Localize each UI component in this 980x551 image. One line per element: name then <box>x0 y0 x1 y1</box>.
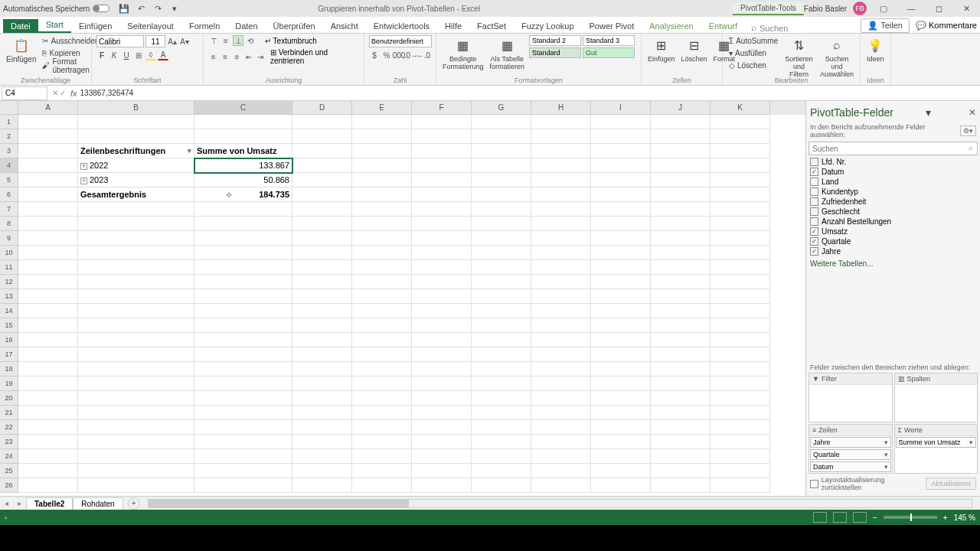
filter-area[interactable]: ▼Filter <box>808 373 893 422</box>
cell[interactable] <box>18 362 78 377</box>
cell[interactable] <box>591 391 651 406</box>
field-item[interactable]: Anzahl Bestellungen <box>808 217 978 227</box>
col-header-f[interactable]: F <box>412 101 472 115</box>
cell[interactable] <box>18 289 78 304</box>
cell[interactable] <box>651 173 710 187</box>
cell[interactable] <box>472 231 531 246</box>
row-header[interactable]: 18 <box>0 362 18 377</box>
cell[interactable] <box>194 202 292 217</box>
cell[interactable] <box>651 275 710 289</box>
cell[interactable] <box>710 144 770 158</box>
cell[interactable] <box>651 377 710 391</box>
cell[interactable] <box>472 187 531 202</box>
cell[interactable] <box>531 406 591 420</box>
cell[interactable] <box>591 347 651 362</box>
cell[interactable]: 184.735 <box>194 187 292 202</box>
cell[interactable] <box>412 202 472 217</box>
cell[interactable] <box>531 377 591 391</box>
cell[interactable] <box>352 406 412 420</box>
style-standard3[interactable]: Standard 3 <box>583 35 635 46</box>
cell[interactable] <box>18 158 78 173</box>
align-bottom-icon[interactable]: ⊥ <box>233 35 243 46</box>
cell[interactable] <box>412 173 472 187</box>
cell[interactable] <box>18 435 78 449</box>
number-format-select[interactable] <box>369 35 432 47</box>
cell[interactable] <box>531 464 591 478</box>
tab-entwicklertools[interactable]: Entwicklertools <box>366 19 437 33</box>
cell[interactable] <box>531 158 591 173</box>
cell[interactable] <box>651 318 710 333</box>
field-item[interactable]: Geschlecht <box>808 207 978 217</box>
cell[interactable] <box>531 478 591 493</box>
cell[interactable] <box>78 464 194 478</box>
cell[interactable] <box>412 347 472 362</box>
update-button[interactable]: Aktualisieren <box>926 478 976 490</box>
cell[interactable] <box>472 217 531 231</box>
italic-button[interactable]: K <box>109 50 119 60</box>
row-header[interactable]: 9 <box>0 231 18 246</box>
cell[interactable] <box>78 202 194 217</box>
cell[interactable] <box>352 333 412 347</box>
field-search-input[interactable] <box>808 142 978 155</box>
row-header[interactable]: 23 <box>0 435 18 449</box>
tab-ansicht[interactable]: Ansicht <box>323 19 366 33</box>
cell[interactable] <box>472 275 531 289</box>
col-header-j[interactable]: J <box>651 101 710 115</box>
cell[interactable] <box>710 318 770 333</box>
tab-powerpivot[interactable]: Power Pivot <box>582 19 642 33</box>
cell[interactable] <box>352 478 412 493</box>
view-layout-icon[interactable] <box>833 512 847 523</box>
cell[interactable] <box>412 420 472 435</box>
cell[interactable] <box>710 435 770 449</box>
cell[interactable] <box>194 435 292 449</box>
cell[interactable] <box>651 406 710 420</box>
as-table-button[interactable]: ▦Als Tabelle formatieren <box>488 35 527 72</box>
cell[interactable] <box>591 464 651 478</box>
cell[interactable] <box>18 318 78 333</box>
row-header[interactable]: 3 <box>0 144 18 158</box>
field-checkbox[interactable] <box>810 207 818 216</box>
tab-hilfe[interactable]: Hilfe <box>437 19 469 33</box>
cell[interactable] <box>78 289 194 304</box>
field-checkbox[interactable]: ✓ <box>810 227 818 236</box>
close-icon[interactable]: ✕ <box>956 0 977 17</box>
field-item[interactable]: Kundentyp <box>808 187 978 197</box>
cell[interactable] <box>531 144 591 158</box>
align-middle-icon[interactable]: ≡ <box>220 35 231 46</box>
cell[interactable] <box>292 144 352 158</box>
cell[interactable] <box>710 377 770 391</box>
cell[interactable] <box>194 318 292 333</box>
tab-daten[interactable]: Daten <box>227 19 265 33</box>
view-normal-icon[interactable] <box>813 512 827 523</box>
cell[interactable] <box>18 217 78 231</box>
cell[interactable] <box>472 420 531 435</box>
cell[interactable] <box>531 275 591 289</box>
fill-button[interactable]: ▾ Ausfüllen <box>727 47 779 59</box>
cell[interactable] <box>710 231 770 246</box>
cell[interactable] <box>292 362 352 377</box>
cancel-formula-icon[interactable]: ✕ <box>52 89 58 97</box>
cell[interactable] <box>710 347 770 362</box>
cell[interactable] <box>352 435 412 449</box>
cell[interactable] <box>194 217 292 231</box>
cell[interactable] <box>591 435 651 449</box>
cell[interactable] <box>710 202 770 217</box>
col-header-b[interactable]: B <box>78 101 194 115</box>
cell[interactable] <box>18 347 78 362</box>
cell[interactable] <box>651 304 710 318</box>
cell[interactable] <box>78 406 194 420</box>
row-header[interactable]: 25 <box>0 464 18 478</box>
cell[interactable] <box>591 260 651 275</box>
cell[interactable] <box>531 129 591 144</box>
cell[interactable] <box>78 449 194 464</box>
cell[interactable] <box>710 115 770 129</box>
cell[interactable] <box>472 158 531 173</box>
align-top-icon[interactable]: ⊤ <box>208 35 219 46</box>
cell[interactable] <box>591 275 651 289</box>
field-checkbox[interactable] <box>810 187 818 196</box>
cell[interactable] <box>531 449 591 464</box>
tab-fuzzy[interactable]: Fuzzy Lookup <box>514 19 581 33</box>
cell[interactable] <box>651 391 710 406</box>
cell[interactable] <box>531 391 591 406</box>
cell[interactable] <box>710 391 770 406</box>
